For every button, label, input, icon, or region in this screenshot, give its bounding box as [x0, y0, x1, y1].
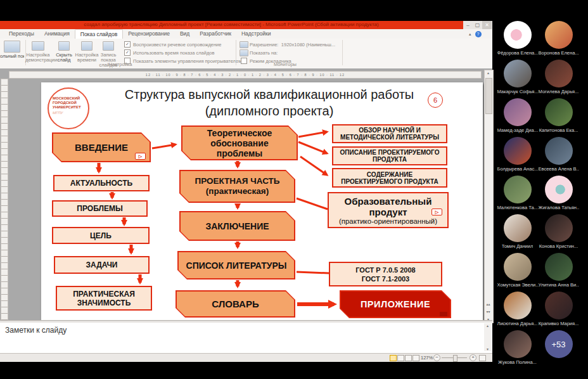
participant-tile: Мамед-заде Диа... [497, 98, 538, 137]
tab-animation[interactable]: Анимация [39, 29, 75, 39]
participant-avatar[interactable] [545, 21, 573, 49]
participant-avatar[interactable] [545, 214, 573, 242]
participant-tile: Фёдорова Елена... [497, 21, 538, 60]
zoom-in-button[interactable]: + [470, 354, 476, 361]
participant-avatar[interactable] [545, 253, 573, 281]
scroll-up-icon[interactable]: ▴ [484, 323, 491, 328]
window-titlebar: создал апробирую трансляцию Дипломный пр… [0, 21, 492, 29]
overflow-participants-badge[interactable]: +53 [545, 330, 573, 358]
participant-avatar[interactable] [504, 330, 532, 358]
collapse-ribbon-icon[interactable]: ▴ [469, 32, 471, 37]
slide-scrollbar[interactable]: ▴ ▴▴ ▾▾ ▾ [484, 70, 494, 323]
participant-tile: Капитонова Ека... [538, 98, 579, 137]
horizontal-ruler: 12 · 11 · 10 · 9 · 8 · 7 · 6 · 5 · 4 · 3… [9, 71, 482, 79]
box-literature-review[interactable]: ОБЗОР НАУЧНОЙ И МЕТОДИЧЕСКОЙ ЛИТЕРАТУРЫ [332, 124, 447, 143]
next-slide-icon[interactable]: ▾▾ [485, 309, 492, 314]
view-reading-button[interactable] [405, 355, 412, 361]
scrollbar-thumb[interactable] [485, 78, 492, 114]
participant-tile: Макарчук Софья... [497, 60, 538, 98]
box-problems[interactable]: ПРОБЛЕМЫ [52, 200, 148, 217]
box-educational-product[interactable]: Образовательный продукт (практико-ориент… [328, 192, 449, 228]
help-icon[interactable]: ? [475, 31, 482, 37]
participant-tile: Хомутская Эвели... [497, 253, 538, 292]
tab-slideshow[interactable]: Показ слайдов [75, 29, 124, 39]
participant-avatar[interactable] [545, 292, 573, 319]
custom-show-button[interactable]: ольный показ ▼ [0, 54, 24, 59]
box-project-part[interactable]: ПРОЕКТНАЯ ЧАСТЬ (практическая) [179, 170, 295, 203]
participant-avatar[interactable] [504, 137, 532, 165]
participant-tile: +53 [538, 330, 579, 369]
participants-panel: Фёдорова Елена... Воронова Елена... Мака… [497, 21, 580, 369]
participant-avatar[interactable] [545, 176, 573, 203]
participant-avatar[interactable] [504, 214, 532, 242]
box-goal[interactable]: ЦЕЛЬ [52, 227, 150, 244]
tab-developer[interactable]: Разработчик [195, 29, 236, 39]
tab-transitions[interactable]: Переходы [4, 29, 39, 39]
zoom-level[interactable]: 127% [421, 355, 433, 361]
box-product-content[interactable]: СОДЕРЖАНИЕ ПРОЕКТИРУЕМОГО ПРОДУКТА [332, 168, 447, 188]
box-product-description[interactable]: ОПИСАНИЕ ПРОЕКТИРУЕМОГО ПРОДУКТА [332, 146, 447, 165]
participant-tile: Улитина Анна Ви... [538, 253, 579, 292]
notes-scrollbar[interactable]: ▴ ▾ [484, 323, 491, 351]
hide-slide-button[interactable]: Скрыть слайд [53, 53, 75, 63]
close-button[interactable]: ✕ [482, 21, 492, 29]
participant-avatar[interactable] [545, 60, 573, 87]
box-glossary[interactable]: СЛОВАРЬ [176, 290, 295, 318]
resolution-dropdown[interactable]: Разрешение: 1920x1080 (Наименьш... [250, 41, 335, 48]
show-on-dropdown[interactable]: Показать на: [250, 49, 278, 56]
participant-tile: Жукова Полина... [497, 330, 538, 369]
minimize-button[interactable]: – [463, 21, 473, 29]
participant-tile: Могилева Дарья... [538, 60, 579, 98]
record-show-icon [103, 41, 114, 51]
setup-show-button[interactable]: Настройка демонстрации [25, 53, 51, 63]
group-label-monitors: Мониторы [247, 61, 323, 67]
box-appendix[interactable]: ПРИЛОЖЕНИЕ [340, 290, 451, 318]
box-tasks[interactable]: ЗАДАЧИ [54, 256, 150, 274]
participant-tile: Болдырева Анас... [497, 137, 538, 176]
hide-slide-icon [58, 41, 70, 51]
participant-avatar[interactable] [545, 137, 573, 165]
participant-avatar[interactable] [545, 98, 573, 126]
tab-view[interactable]: Вид [175, 29, 195, 39]
zoom-slider-thumb[interactable] [453, 355, 457, 362]
ribbon-tabs: Переходы Анимация Показ слайдов Рецензир… [4, 29, 276, 39]
show-on-icon [240, 49, 248, 56]
previous-slide-icon[interactable]: ▴▴ [485, 302, 492, 306]
play-icon[interactable]: ▷ [135, 153, 146, 160]
play-icon [440, 312, 447, 316]
checkbox-unchecked-icon [241, 58, 247, 64]
scroll-up-icon[interactable]: ▴ [485, 70, 492, 75]
view-sorter-button[interactable] [397, 355, 404, 361]
box-gost[interactable]: ГОСТ Р 7.0.5 2008 ГОСТ 7.1-2003 [329, 262, 442, 286]
participant-avatar[interactable] [504, 253, 532, 281]
box-bibliography[interactable]: СПИСОК ЛИТЕРАТУРЫ [177, 251, 295, 279]
box-conclusion[interactable]: ЗАКЛЮЧЕНИЕ [179, 211, 295, 241]
tab-addins[interactable]: Надстройки [236, 29, 276, 39]
notes-panel[interactable]: Заметки к слайду ▴ ▾ [0, 323, 492, 353]
setup-show-icon [32, 41, 44, 51]
box-introduction[interactable]: ВВЕДЕНИЕ ▷ [52, 132, 151, 162]
view-normal-button[interactable] [390, 355, 397, 361]
tab-review[interactable]: Рецензирование [123, 29, 175, 39]
ribbon-body: ольный показ ▼ Настройка демонстрации Ск… [0, 39, 492, 68]
participant-avatar[interactable] [504, 60, 532, 87]
slide-canvas[interactable]: МОСКОВСКИЙ ГОРОДСКОЙ УНИВЕРСИТЕТ МГПУ Ст… [41, 82, 483, 320]
university-logo-text: МОСКОВСКИЙ ГОРОДСКОЙ УНИВЕРСИТЕТ [53, 96, 97, 110]
fit-to-window-button[interactable] [479, 355, 486, 361]
box-theoretical-justification[interactable]: Теоретическое обоснование проблемы [181, 125, 298, 160]
play-icon[interactable]: ▷ [431, 209, 442, 215]
checkbox-play-narration[interactable]: ✓ Воспроизвести речевое сопровождение [124, 41, 221, 48]
participant-tile: Лисютина Дарья... [497, 292, 538, 330]
box-relevance[interactable]: АКТУАЛЬНОСТЬ [53, 175, 150, 191]
scroll-down-icon[interactable]: ▾ [484, 347, 491, 351]
box-practical-significance[interactable]: ПРАКТИЧЕСКАЯ ЗНАЧИМОСТЬ [56, 286, 152, 311]
zoom-out-button[interactable]: − [433, 354, 440, 361]
participant-avatar[interactable] [504, 176, 532, 203]
participant-avatar[interactable] [504, 292, 532, 319]
checkbox-use-timings[interactable]: ✓ Использовать время показа слайдов [124, 49, 214, 56]
view-slideshow-button[interactable] [412, 355, 419, 361]
participant-avatar[interactable] [504, 98, 532, 126]
slide-title-line1: Структура выпускной квалификационной раб… [98, 87, 440, 102]
maximize-button[interactable]: ▢ [473, 21, 482, 29]
participant-avatar[interactable] [504, 21, 532, 49]
